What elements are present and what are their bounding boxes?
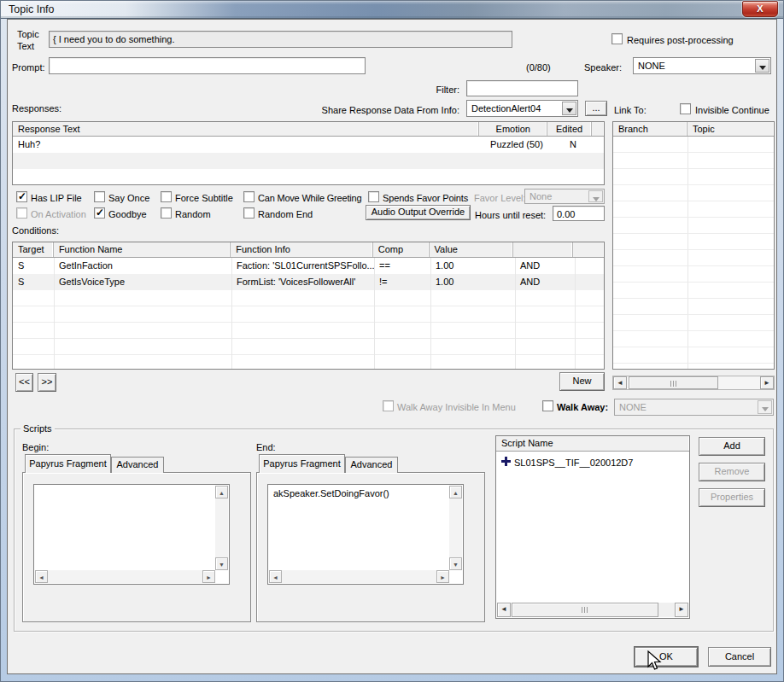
topic-info-dialog: Topic Info X TopicText { I need you to d… xyxy=(0,0,784,682)
begin-tab-advanced[interactable]: Advanced xyxy=(111,457,164,473)
force-subtitle-label: Force Subtitle xyxy=(175,192,233,204)
random-label: Random xyxy=(175,208,211,220)
scroll-right-icon[interactable]: ► xyxy=(675,603,688,617)
share-response-label: Share Response Data From Info: xyxy=(314,104,459,116)
favor-level-combo: None xyxy=(524,189,605,204)
scroll-left-icon[interactable]: ◄ xyxy=(497,603,511,617)
prompt-field[interactable] xyxy=(49,57,366,74)
script-plus-icon xyxy=(501,457,511,466)
cancel-button[interactable]: Cancel xyxy=(708,647,771,667)
mouse-cursor xyxy=(647,650,664,673)
link-to-table[interactable]: Branch Topic xyxy=(612,121,775,370)
filter-field[interactable] xyxy=(466,80,578,96)
response-table[interactable]: Response Text Emotion Edited Huh? Puzzle… xyxy=(12,121,605,185)
force-subtitle-checkbox[interactable] xyxy=(161,191,172,202)
end-label: End: xyxy=(256,441,276,453)
new-condition-button[interactable]: New xyxy=(559,372,605,391)
responses-label: Responses: xyxy=(12,102,61,114)
share-response-combo[interactable]: DetectionAlert04 xyxy=(466,100,578,117)
walk-away-combo: NONE xyxy=(614,399,774,416)
response-table-header: Response Text Emotion Edited xyxy=(13,122,604,137)
say-once-checkbox[interactable] xyxy=(94,191,105,202)
topic-text-label: TopicText xyxy=(17,28,39,52)
prev-button[interactable]: << xyxy=(15,373,33,392)
walk-away-invisible-checkbox xyxy=(383,400,394,411)
topic-text-field[interactable]: { I need you to do something. xyxy=(49,31,512,48)
close-button[interactable]: X xyxy=(742,1,778,17)
chevron-down-icon[interactable] xyxy=(562,102,576,115)
favor-level-label: Favor Level: xyxy=(474,192,526,204)
begin-code-area[interactable]: ▲▼ ◄► xyxy=(33,484,230,585)
title-bar[interactable]: Topic Info xyxy=(0,0,784,19)
random-end-label: Random End xyxy=(258,208,313,220)
scroll-right-icon[interactable]: ► xyxy=(760,376,774,389)
hours-until-reset-label: Hours until reset: xyxy=(475,209,546,221)
conditions-label: Conditions: xyxy=(12,224,59,236)
script-list-scrollbar[interactable]: ◄ ► xyxy=(497,603,688,617)
random-end-checkbox[interactable] xyxy=(243,207,255,219)
goodbye-label: Goodbye xyxy=(108,208,147,220)
script-list[interactable]: Script Name SL01SPS__TIF__020012D7 ◄ ► xyxy=(495,435,690,619)
remove-script-button[interactable]: Remove xyxy=(699,463,765,481)
begin-tab-papyrus[interactable]: Papyrus Fragment xyxy=(25,454,111,473)
end-tab-papyrus[interactable]: Papyrus Fragment xyxy=(259,454,345,473)
begin-label: Begin: xyxy=(22,441,49,453)
link-to-label: Link To: xyxy=(614,104,647,116)
prompt-label: Prompt: xyxy=(12,61,45,73)
can-move-checkbox[interactable] xyxy=(243,191,255,202)
ok-button[interactable]: OK xyxy=(635,647,698,667)
can-move-label: Can Move While Greeting xyxy=(258,192,361,204)
on-activation-label: On Activation xyxy=(31,208,86,220)
hours-until-reset-field[interactable]: 0.00 xyxy=(553,206,605,221)
prompt-counter: (0/80) xyxy=(526,61,551,73)
share-response-more-button[interactable]: ... xyxy=(585,101,607,116)
invisible-continue-label: Invisible Continue xyxy=(695,104,769,116)
response-row[interactable]: Huh? Puzzled (50) N xyxy=(13,137,604,153)
random-checkbox[interactable] xyxy=(161,207,172,219)
walk-away-checkbox[interactable] xyxy=(542,400,553,411)
add-script-button[interactable]: Add xyxy=(699,437,765,456)
on-activation-checkbox xyxy=(16,207,27,219)
conditions-table[interactable]: Target Function Name Function Info Comp … xyxy=(12,242,605,370)
spends-favor-label: Spends Favor Points xyxy=(383,192,468,204)
audio-output-override-button[interactable]: Audio Output Override xyxy=(366,205,471,220)
speaker-label: Speaker: xyxy=(584,61,622,73)
window-title: Topic Info xyxy=(9,3,55,15)
properties-script-button[interactable]: Properties xyxy=(699,488,765,507)
spends-favor-checkbox[interactable] xyxy=(368,191,379,202)
filter-label: Filter: xyxy=(393,84,459,96)
chevron-down-icon xyxy=(758,400,772,414)
has-lip-file-checkbox[interactable] xyxy=(16,191,27,202)
link-table-scrollbar[interactable]: ◄ ► xyxy=(612,376,775,390)
requires-post-processing-checkbox[interactable] xyxy=(611,33,623,44)
walk-away-label: Walk Away: xyxy=(557,401,608,413)
end-code-area[interactable]: akSpeaker.SetDoingFavor() ▲▼ ◄► xyxy=(267,484,464,585)
invisible-continue-checkbox[interactable] xyxy=(680,103,691,114)
chevron-down-icon xyxy=(588,190,603,202)
say-once-label: Say Once xyxy=(108,192,149,204)
scripts-group-label: Scripts xyxy=(20,423,55,434)
requires-post-processing-label: Requires post-processing xyxy=(627,34,734,46)
goodbye-checkbox[interactable] xyxy=(94,207,105,219)
next-button[interactable]: >> xyxy=(38,373,56,392)
walk-away-invisible-label: Walk Away Invisible In Menu xyxy=(397,401,516,413)
speaker-combo[interactable]: NONE xyxy=(633,57,771,74)
script-name[interactable]: SL01SPS__TIF__020012D7 xyxy=(514,457,633,469)
end-tab-advanced[interactable]: Advanced xyxy=(345,457,398,473)
scroll-left-icon[interactable]: ◄ xyxy=(613,376,627,389)
has-lip-file-label: Has LIP File xyxy=(31,192,82,204)
chevron-down-icon[interactable] xyxy=(755,59,769,73)
